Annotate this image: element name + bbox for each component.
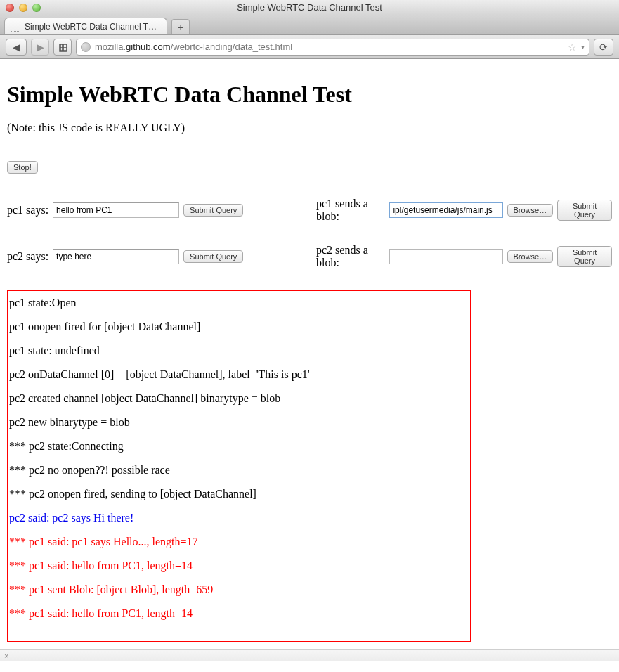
- favicon-icon: [11, 22, 20, 32]
- pc1-row: pc1 says: Submit Query pc1 sends a blob:…: [7, 198, 612, 223]
- back-icon: ◀: [13, 41, 20, 53]
- pc1-says-input[interactable]: [53, 202, 179, 218]
- log-line: pc1 state:Open: [8, 291, 470, 315]
- pc2-file-field[interactable]: [389, 249, 502, 264]
- pc1-browse-button[interactable]: Browse…: [507, 204, 554, 217]
- log-line: *** pc1 said: hello from PC1, length=14: [8, 602, 470, 626]
- pc2-blob-label: pc2 sends a blob:: [316, 244, 385, 269]
- globe-icon: [81, 42, 91, 52]
- pc2-row: pc2 says: Submit Query pc2 sends a blob:…: [7, 244, 612, 269]
- log-line: pc2 said: pc2 says Hi there!: [8, 506, 470, 530]
- log-line: *** pc2 no onopen??! possible race: [8, 458, 470, 482]
- pc2-says-submit-button[interactable]: Submit Query: [183, 250, 243, 263]
- log-output[interactable]: pc1 state:Openpc1 onopen fired for [obje…: [7, 290, 471, 642]
- new-tab-button[interactable]: +: [171, 19, 190, 34]
- page-heading: Simple WebRTC Data Channel Test: [7, 82, 612, 108]
- log-line: *** pc1 sent Blob: [object Blob], length…: [8, 578, 470, 602]
- status-bar: ×: [0, 649, 619, 661]
- tab-strip: Simple WebRTC Data Channel T… +: [0, 15, 619, 35]
- url-text: mozilla.github.com/webrtc-landing/data_t…: [95, 41, 563, 52]
- stop-button[interactable]: Stop!: [7, 161, 38, 174]
- url-dropdown-icon[interactable]: ▾: [581, 43, 585, 51]
- window-title: Simple WebRTC Data Channel Test: [0, 2, 619, 13]
- statusbar-close-icon[interactable]: ×: [4, 652, 8, 660]
- pc1-file-field[interactable]: ipl/getusermedia/js/main.js: [389, 202, 502, 218]
- reload-icon: ⟳: [599, 41, 608, 53]
- log-line: *** pc2 state:Connecting: [8, 434, 470, 458]
- log-line: pc2 new binarytype = blob: [8, 411, 470, 434]
- pc2-blob-submit-button[interactable]: Submit Query: [557, 246, 612, 267]
- pc1-says-label: pc1 says:: [7, 204, 48, 217]
- browser-tab[interactable]: Simple WebRTC Data Channel T…: [4, 18, 167, 34]
- log-line: pc1 state: undefined: [8, 339, 470, 363]
- log-line: *** pc1 said: pc1 says Hello..., length=…: [8, 530, 470, 554]
- pc2-says-input[interactable]: [53, 249, 179, 264]
- page-content: Simple WebRTC Data Channel Test (Note: t…: [0, 59, 619, 649]
- back-button[interactable]: ◀: [6, 39, 27, 56]
- log-line: *** pc1 said: hello from PC1, length=14: [8, 554, 470, 578]
- log-line: pc1 onopen fired for [object DataChannel…: [8, 315, 470, 339]
- window-titlebar: Simple WebRTC Data Channel Test: [0, 0, 619, 15]
- pc2-says-label: pc2 says:: [7, 250, 48, 263]
- pc1-blob-submit-button[interactable]: Submit Query: [557, 200, 612, 221]
- pc2-browse-button[interactable]: Browse…: [507, 250, 554, 263]
- reload-button[interactable]: ⟳: [594, 39, 613, 56]
- pc1-says-submit-button[interactable]: Submit Query: [183, 204, 243, 217]
- log-line: *** pc2 onopen fired, sending to [object…: [8, 482, 470, 506]
- tab-title: Simple WebRTC Data Channel T…: [25, 22, 157, 32]
- log-line: pc2 created channel [object DataChannel]…: [8, 387, 470, 411]
- pc1-blob-label: pc1 sends a blob:: [316, 198, 385, 223]
- grid-icon: ▦: [58, 41, 67, 53]
- nav-toolbar: ◀ ▶ ▦ mozilla.github.com/webrtc-landing/…: [0, 35, 619, 59]
- forward-icon: ▶: [37, 41, 44, 53]
- url-bar[interactable]: mozilla.github.com/webrtc-landing/data_t…: [76, 39, 589, 56]
- plus-icon: +: [178, 22, 183, 33]
- forward-button[interactable]: ▶: [31, 39, 49, 56]
- note-text: (Note: this JS code is REALLY UGLY): [7, 122, 612, 134]
- bookmark-star-icon[interactable]: ☆: [568, 41, 577, 53]
- log-line: pc2 onDataChannel [0] = [object DataChan…: [8, 363, 470, 387]
- bookmarks-button[interactable]: ▦: [53, 39, 72, 56]
